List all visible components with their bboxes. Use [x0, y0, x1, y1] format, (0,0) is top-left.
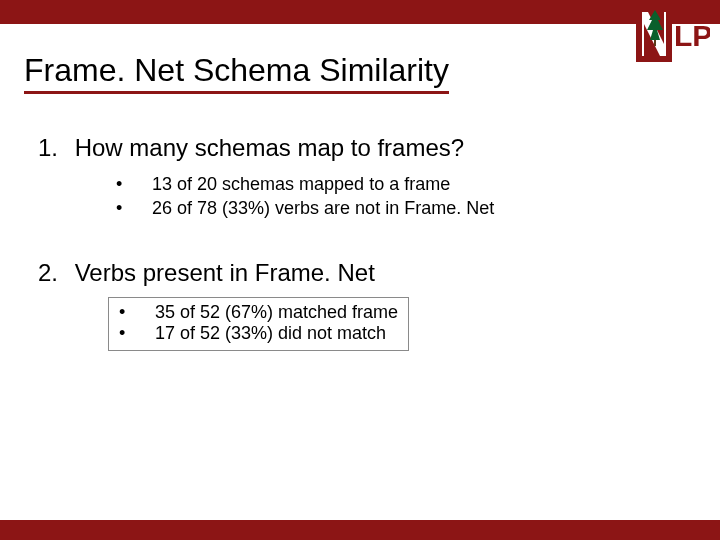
list-item: •26 of 78 (33%) verbs are not in Frame. …: [116, 196, 678, 220]
bullet-text: 35 of 52 (67%) matched frame: [155, 302, 398, 322]
bullet-dot: •: [119, 323, 155, 344]
bullet-text: 13 of 20 schemas mapped to a frame: [152, 174, 450, 194]
bullet-dot: •: [119, 302, 155, 323]
top-accent-bar: [0, 0, 720, 24]
list-item: •17 of 52 (33%) did not match: [119, 323, 398, 344]
q1-text: How many schemas map to frames?: [75, 134, 464, 161]
bullet-dot: •: [116, 196, 152, 220]
q2-bullets-box: •35 of 52 (67%) matched frame •17 of 52 …: [108, 297, 409, 351]
question-2: 2. Verbs present in Frame. Net: [38, 259, 678, 287]
list-item: •13 of 20 schemas mapped to a frame: [116, 172, 678, 196]
q1-number: 1.: [38, 134, 68, 162]
logo-lp-text: LP: [674, 19, 710, 52]
bottom-accent-bar: [0, 520, 720, 540]
q2-text: Verbs present in Frame. Net: [75, 259, 375, 286]
q1-bullets: •13 of 20 schemas mapped to a frame •26 …: [116, 172, 678, 221]
question-1: 1. How many schemas map to frames?: [38, 134, 678, 162]
svg-rect-2: [654, 40, 656, 46]
bullet-text: 26 of 78 (33%) verbs are not in Frame. N…: [152, 198, 494, 218]
slide-title-wrap: Frame. Net Schema Similarity: [24, 52, 684, 94]
bullet-dot: •: [116, 172, 152, 196]
q2-number: 2.: [38, 259, 68, 287]
slide-title: Frame. Net Schema Similarity: [24, 52, 449, 94]
bullet-text: 17 of 52 (33%) did not match: [155, 323, 386, 343]
slide-body: 1. How many schemas map to frames? •13 o…: [38, 134, 678, 351]
list-item: •35 of 52 (67%) matched frame: [119, 302, 398, 323]
